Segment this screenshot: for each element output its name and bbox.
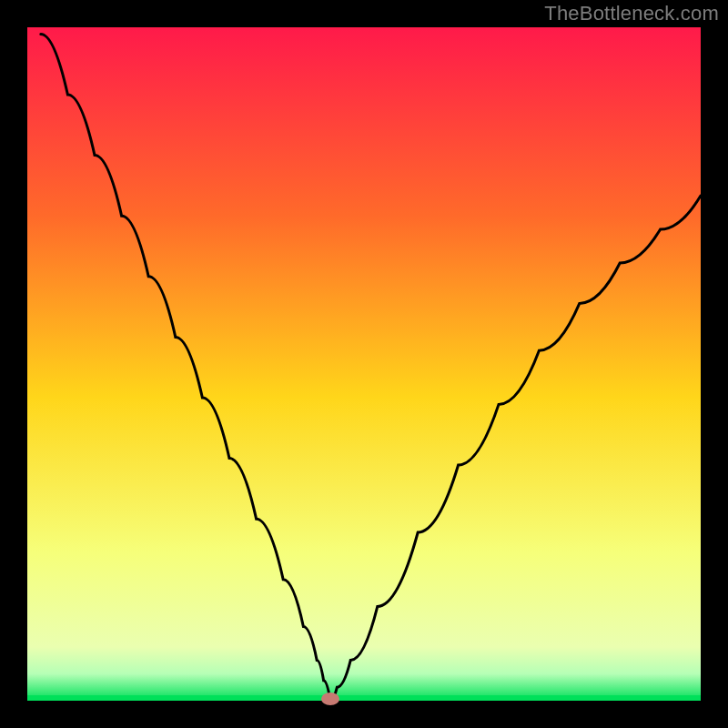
optimal-point-marker: [321, 693, 339, 705]
chart-root: TheBottleneck.com: [0, 0, 728, 728]
plot-area: [27, 27, 701, 701]
watermark-text: TheBottleneck.com: [544, 2, 719, 25]
bottleneck-green-band: [27, 695, 701, 701]
chart-svg: [0, 0, 728, 728]
